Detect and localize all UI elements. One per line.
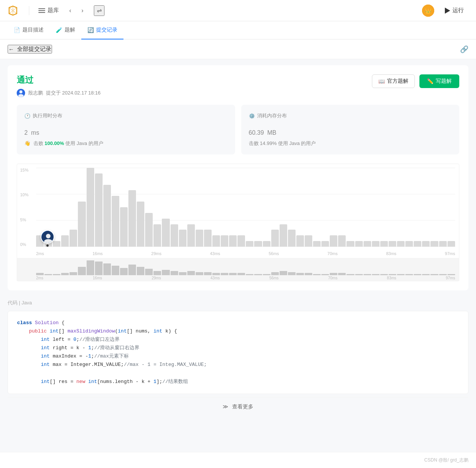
chart-bar [70, 230, 77, 247]
chart-bar [271, 230, 279, 247]
top-nav: 题库 ‹ › ⇌ 👑 运行 [0, 0, 476, 21]
chart-bar [263, 241, 270, 247]
nav-arrows: ‹ › [65, 5, 88, 16]
chart-mini-bar [389, 274, 396, 275]
memory-stat-value: 60.39 MB [249, 124, 452, 138]
time-stat-value: 2 ms [24, 124, 228, 138]
chart-bar [430, 241, 438, 247]
chart-bar [355, 241, 363, 247]
see-more-icon: ≫ [223, 403, 228, 410]
marker-dot [46, 244, 49, 247]
code-line-1: class Solution { [17, 319, 459, 327]
chart-mini-bar [44, 274, 52, 275]
nav-divider [29, 6, 29, 15]
chart-mini-bar [153, 271, 161, 275]
chart-mini-bar [422, 274, 430, 275]
chart-mini-bars [36, 260, 455, 275]
chart-mini-bar [321, 274, 329, 275]
chart-bar [364, 241, 371, 247]
code-line-3: int left = 0;//滑动窗口左边界 [17, 336, 459, 344]
next-problem-button[interactable]: › [77, 5, 88, 16]
chart-mini-bar [95, 262, 103, 275]
chart-bar [179, 230, 187, 247]
chart-mini-bar [380, 274, 388, 275]
chart-bar [346, 241, 354, 247]
chart-bar [405, 241, 413, 247]
chart-bar [229, 235, 237, 247]
chart-main: 15% 10% 5% 0% [17, 164, 459, 258]
chart-mini-bar [439, 274, 447, 275]
chart-mini-bar [204, 272, 212, 275]
chart-bar [145, 213, 153, 247]
chart-mini-bar [70, 272, 77, 275]
memory-icon: ⚙️ [249, 113, 255, 119]
chart-mini-bar [53, 274, 60, 275]
chart-bar [422, 241, 430, 247]
user-avatar-group: 👑 [422, 5, 434, 17]
submissions-icon: 🔄 [87, 27, 94, 33]
see-more-button[interactable]: ≫ 查看更多 [8, 397, 468, 416]
chart-mini-bar [196, 272, 203, 275]
chart-bar [162, 219, 169, 247]
chart-mini-bar [162, 270, 169, 275]
chart-bar [120, 207, 128, 247]
tab-submissions[interactable]: 🔄 提交记录 [81, 21, 123, 39]
write-solution-button[interactable]: ✏️ 写题解 [419, 74, 459, 88]
chart-mini-bar [120, 268, 128, 276]
chart-bar [95, 173, 103, 247]
chart-bar [448, 241, 455, 247]
chart-bar [313, 241, 321, 247]
chart-mini-bar [112, 266, 119, 275]
nav-problem-bank[interactable]: 题库 [38, 7, 59, 14]
chart-mini-bar [296, 273, 304, 275]
svg-text:👑: 👑 [425, 8, 432, 14]
share-link-icon[interactable]: 🔗 [460, 45, 468, 54]
chart-mini-bar [355, 274, 363, 275]
run-button[interactable]: 运行 [439, 5, 470, 16]
chart-bar [204, 230, 212, 247]
status-actions: 📖 官方题解 ✏️ 写题解 [372, 74, 459, 88]
code-label: 代码 | Java [8, 299, 468, 306]
svg-point-5 [18, 94, 24, 97]
official-solution-button[interactable]: 📖 官方题解 [372, 74, 415, 88]
chart-bar [78, 202, 85, 247]
user-info: 殷志鹏 提交于 2024.02.17 18:16 [17, 89, 101, 97]
time-stat-card: 🕐 执行用时分布 2 ms 👋 击败 100.00% 使用 Java 的用户 [17, 105, 235, 154]
chart-bar [153, 224, 161, 247]
marker-avatar [41, 230, 54, 244]
prev-problem-button[interactable]: ‹ [65, 5, 76, 16]
chart-bar [187, 224, 195, 247]
chart-mini-bar [179, 272, 187, 275]
submission-user-avatar [17, 89, 25, 97]
chart-mini-bar [448, 274, 455, 275]
chart-mini-bar [171, 271, 178, 275]
back-button[interactable]: ← 全部提交记录 [8, 45, 52, 54]
edit-icon: ✏️ [427, 78, 433, 84]
svg-point-4 [19, 90, 22, 93]
chart-mini-bar [430, 274, 438, 275]
chart-bar [305, 235, 312, 247]
clock-icon: 🕐 [24, 113, 30, 119]
chart-mini-bar [246, 274, 253, 275]
chart-area: 15% 10% 5% 0% [17, 164, 459, 281]
chart-bar [254, 241, 262, 247]
shuffle-button[interactable]: ⇌ [94, 5, 104, 16]
code-block: class Solution { public int[] maxSliding… [8, 311, 468, 394]
code-line-5: int maxIndex = -1;//max元素下标 [17, 352, 459, 361]
chart-x-labels: 2ms 16ms 29ms 43ms 56ms 70ms 83ms 97ms [36, 251, 455, 256]
app-logo[interactable] [6, 4, 20, 17]
chart-bar [196, 230, 203, 247]
main-card: 通过 殷志鹏 提交于 2024.02.17 18:16 [8, 65, 468, 290]
tab-solution[interactable]: 🧪 题解 [50, 21, 81, 39]
tab-bar: 📄 题目描述 🧪 题解 🔄 提交记录 [0, 21, 476, 39]
play-icon [445, 8, 450, 14]
tab-description[interactable]: 📄 题目描述 [8, 21, 50, 39]
chart-mini-bar [36, 273, 44, 275]
chart-bar [296, 235, 304, 247]
chart-mini-bar [414, 274, 421, 275]
chart-bar [321, 241, 329, 247]
chart-mini-bar [372, 274, 380, 275]
chart-mini-bar [87, 260, 94, 275]
stats-row: 🕐 执行用时分布 2 ms 👋 击败 100.00% 使用 Java 的用户 [17, 105, 459, 154]
chart-mini-bar [128, 265, 136, 275]
